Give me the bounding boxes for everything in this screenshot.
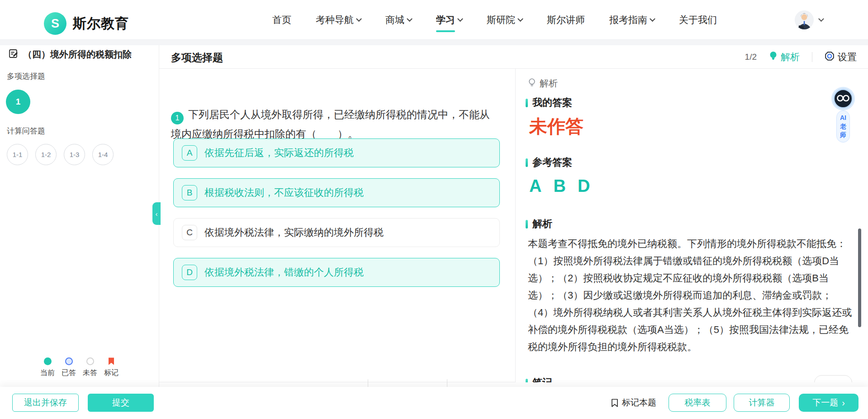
vertical-divider	[812, 52, 812, 62]
toolbar-right: 1/2 解析 设置	[745, 45, 857, 69]
lightbulb-outline-icon	[528, 78, 536, 90]
question-nav-1-3[interactable]: 1-3	[64, 144, 85, 165]
legend-unanswered: 未答	[83, 357, 97, 378]
nav-item-research[interactable]: 斯研院	[487, 0, 522, 40]
my-answer-heading: 我的答案	[526, 96, 572, 110]
divider-tick	[447, 379, 447, 387]
question-number-badge: 1	[171, 112, 184, 124]
mark-question-button[interactable]: 标记本题	[611, 397, 656, 409]
main-nav: 首页 考种导航 商城 学习 斯研院 斯尔讲师 报考指南 关于我们	[272, 0, 717, 40]
current-dot-icon	[44, 357, 52, 365]
exit-and-save-button[interactable]: 退出并保存	[12, 394, 79, 412]
unanswered-dot-icon	[86, 357, 94, 365]
active-tab-underline	[436, 30, 455, 32]
legend-marked: 标记	[104, 357, 119, 378]
section-label-multichoice: 多项选择题	[7, 71, 45, 81]
question-nav-1-1[interactable]: 1-1	[7, 144, 28, 165]
lightbulb-icon	[769, 51, 778, 63]
chapter-title-text: （四）境外所得的税额扣除	[23, 48, 132, 61]
next-question-button[interactable]: 下一题 ›	[799, 394, 859, 412]
option-a[interactable]: A 依据先征后返，实际返还的所得税	[173, 138, 500, 167]
section-label-calculation: 计算问答题	[7, 126, 45, 136]
settings-button[interactable]: 设置	[825, 51, 857, 63]
section-marker	[526, 379, 528, 383]
chevron-down-icon	[457, 16, 463, 22]
section-marker	[526, 158, 528, 167]
question-nav-1-4[interactable]: 1-4	[92, 144, 114, 165]
avatar	[795, 10, 814, 29]
chevron-down-icon	[650, 16, 655, 22]
worksheet-icon	[8, 48, 19, 61]
notes-heading: 笔记	[526, 376, 552, 382]
legend-current: 当前	[40, 357, 55, 378]
section-marker	[526, 99, 528, 107]
nav-item-exam-guide[interactable]: 报考指南	[609, 0, 655, 40]
brand-logo[interactable]: S 斯尔教育	[44, 12, 129, 35]
notes-expand-button[interactable]	[814, 375, 852, 382]
ai-teacher-widget[interactable]: AI 老 师	[833, 89, 853, 143]
nav-item-exam-nav[interactable]: 考种导航	[316, 0, 361, 40]
question-nav-1[interactable]: 1	[6, 90, 30, 114]
analysis-toggle-button[interactable]: 解析	[769, 51, 800, 63]
reference-answer-heading: 参考答案	[526, 156, 572, 169]
explanation-text: 本题考查不得抵免的境外已纳税额。下列情形的境外所得税款不能抵免： （1）按照境外…	[528, 235, 856, 356]
question-navigator-sidebar: （四）境外所得的税额扣除 多项选择题 1 计算问答题 1-1 1-2 1-3 1…	[0, 45, 159, 387]
question-type-title: 多项选择题	[171, 51, 223, 65]
analysis-scrollbar[interactable]	[858, 229, 861, 327]
gear-icon	[825, 51, 835, 63]
option-list: A 依据先征后返，实际返还的所得税 B 根据税收法则，不应该征收的所得税 C 依…	[173, 138, 500, 287]
reference-answer-value: A B D	[529, 176, 590, 196]
bookmark-outline-icon	[611, 399, 618, 407]
arrow-right-icon: ›	[842, 398, 845, 408]
nav-item-home[interactable]: 首页	[272, 0, 291, 40]
option-b[interactable]: B 根据税收法则，不应该征收的所得税	[173, 178, 500, 207]
divider-band	[0, 40, 868, 45]
user-menu[interactable]	[795, 10, 823, 29]
calculator-button[interactable]: 计算器	[734, 394, 790, 412]
logo-icon: S	[44, 12, 66, 35]
answered-dot-icon	[65, 357, 73, 365]
submit-button[interactable]: 提交	[88, 394, 154, 412]
nav-item-mall[interactable]: 商城	[385, 0, 412, 40]
nav-item-study[interactable]: 学习	[436, 0, 462, 40]
ai-teacher-label: AI 老 师	[836, 110, 850, 143]
legend-answered: 已答	[62, 357, 76, 378]
ai-teacher-icon	[833, 89, 853, 109]
analysis-panel-label: 解析	[528, 77, 558, 90]
sidebar-collapse-handle[interactable]: ‹	[152, 202, 161, 225]
logo-text: 斯尔教育	[73, 14, 129, 33]
nav-item-lecturers[interactable]: 斯尔讲师	[547, 0, 585, 40]
chevron-down-icon	[356, 16, 362, 22]
analysis-panel: 解析 我的答案 未作答 参考答案 A B D 解析 本题考查不得抵免的境外已纳税…	[516, 69, 868, 382]
explanation-heading: 解析	[526, 217, 552, 231]
subquestion-row: 1-1 1-2 1-3 1-4	[7, 144, 114, 165]
question-panel: 1下列居民个人从境外取得所得，已经缴纳所得税的情况中，不能从境内应缴纳所得税中扣…	[159, 69, 516, 382]
chevron-down-icon	[818, 16, 824, 22]
nav-item-about-us[interactable]: 关于我们	[679, 0, 717, 40]
question-toolbar: 多项选择题 1/2 解析 设置	[159, 45, 868, 69]
bottom-action-bar: 退出并保存 提交 标记本题 税率表 计算器 下一题 ›	[0, 387, 868, 419]
progress-indicator: 1/2	[745, 52, 757, 62]
tax-rate-table-button[interactable]: 税率表	[669, 394, 726, 412]
chapter-title: （四）境外所得的税额扣除	[8, 48, 132, 61]
footer-right-actions: 标记本题 税率表 计算器 下一题 ›	[611, 394, 859, 412]
chevron-down-icon	[517, 16, 523, 22]
chevron-down-icon	[407, 16, 413, 22]
question-nav-1-2[interactable]: 1-2	[35, 144, 57, 165]
bookmark-icon	[108, 357, 114, 365]
option-c[interactable]: C 依据境外税法律，实际缴纳的境外所得税	[173, 218, 500, 247]
option-d[interactable]: D 依据境外税法律，错缴的个人所得税	[173, 258, 500, 287]
top-navigation-bar: S 斯尔教育 首页 考种导航 商城 学习 斯研院 斯尔讲师 报考指南 关于我们	[0, 0, 868, 40]
footer-left-actions: 退出并保存 提交	[12, 394, 154, 412]
section-marker	[526, 220, 528, 229]
status-legend: 当前 已答 未答 标记	[0, 357, 159, 378]
divider-tick	[368, 379, 368, 387]
my-answer-value: 未作答	[529, 114, 583, 139]
